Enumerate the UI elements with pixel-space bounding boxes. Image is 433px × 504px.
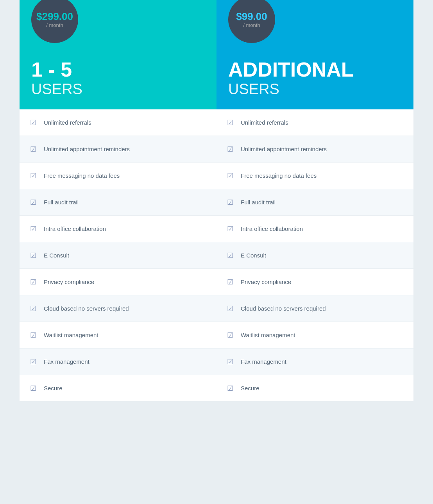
feature-text: Intra office collaboration bbox=[44, 225, 106, 232]
check-icon bbox=[226, 304, 234, 313]
check-icon bbox=[226, 118, 234, 127]
feature-text: E Consult bbox=[44, 252, 69, 259]
list-item: E Consult bbox=[20, 242, 216, 269]
list-item: Privacy compliance bbox=[216, 269, 413, 295]
check-icon bbox=[226, 357, 234, 366]
list-item: Secure bbox=[20, 375, 216, 402]
plan-header-1-5: $299.00 / month 1 - 5 USERS bbox=[20, 0, 216, 109]
feature-text: Unlimited appointment reminders bbox=[241, 146, 327, 152]
check-icon bbox=[29, 384, 38, 393]
price-period-1-5: / month bbox=[46, 22, 63, 28]
list-item: Waitlist management bbox=[20, 322, 216, 349]
features-list-1-5: Unlimited referralsUnlimited appointment… bbox=[20, 109, 216, 402]
check-icon bbox=[29, 225, 38, 233]
feature-text: Privacy compliance bbox=[44, 279, 94, 285]
price-badge-1-5: $299.00 / month bbox=[31, 0, 78, 43]
check-icon bbox=[226, 331, 234, 340]
list-item: Waitlist management bbox=[216, 322, 413, 349]
feature-text: Waitlist management bbox=[44, 332, 98, 338]
list-item: Fax management bbox=[20, 349, 216, 375]
check-icon bbox=[226, 225, 234, 233]
list-item: Unlimited appointment reminders bbox=[216, 136, 413, 163]
feature-text: Unlimited referrals bbox=[44, 119, 91, 126]
feature-text: Secure bbox=[241, 385, 259, 391]
check-icon bbox=[29, 357, 38, 366]
feature-text: Full audit trail bbox=[44, 199, 79, 206]
list-item: Free messaging no data fees bbox=[216, 163, 413, 189]
feature-text: Intra office collaboration bbox=[241, 225, 303, 232]
check-icon bbox=[226, 145, 234, 154]
feature-text: Privacy compliance bbox=[241, 279, 291, 285]
list-item: Unlimited referrals bbox=[216, 109, 413, 136]
feature-text: Cloud based no servers required bbox=[241, 305, 326, 312]
plan-title-sub-1-5: USERS bbox=[31, 81, 205, 98]
features-list-additional: Unlimited referralsUnlimited appointment… bbox=[216, 109, 413, 402]
feature-text: Fax management bbox=[241, 358, 286, 365]
list-item: Full audit trail bbox=[20, 189, 216, 216]
check-icon bbox=[226, 251, 234, 260]
feature-text: Unlimited referrals bbox=[241, 119, 288, 126]
plan-title-sub-additional: USERS bbox=[228, 81, 402, 98]
list-item: Unlimited appointment reminders bbox=[20, 136, 216, 163]
check-icon bbox=[29, 118, 38, 127]
check-icon bbox=[226, 198, 234, 207]
list-item: Secure bbox=[216, 375, 413, 402]
check-icon bbox=[226, 278, 234, 286]
feature-text: Free messaging no data fees bbox=[241, 172, 317, 179]
list-item: E Consult bbox=[216, 242, 413, 269]
check-icon bbox=[29, 278, 38, 286]
pricing-container: $299.00 / month 1 - 5 USERS Unlimited re… bbox=[20, 0, 413, 402]
feature-text: Unlimited appointment reminders bbox=[44, 146, 130, 152]
plan-column-1-5: $299.00 / month 1 - 5 USERS Unlimited re… bbox=[20, 0, 216, 402]
list-item: Free messaging no data fees bbox=[20, 163, 216, 189]
plan-column-additional: $99.00 / month ADDITIONAL USERS Unlimite… bbox=[216, 0, 413, 402]
check-icon bbox=[29, 331, 38, 340]
list-item: Intra office collaboration bbox=[216, 216, 413, 242]
list-item: Fax management bbox=[216, 349, 413, 375]
price-amount-additional: $99.00 bbox=[236, 11, 267, 22]
check-icon bbox=[29, 304, 38, 313]
feature-text: E Consult bbox=[241, 252, 266, 259]
list-item: Cloud based no servers required bbox=[216, 295, 413, 322]
check-icon bbox=[226, 172, 234, 180]
feature-text: Waitlist management bbox=[241, 332, 295, 338]
check-icon bbox=[226, 384, 234, 393]
list-item: Unlimited referrals bbox=[20, 109, 216, 136]
feature-text: Cloud based no servers required bbox=[44, 305, 129, 312]
price-amount-1-5: $299.00 bbox=[36, 11, 73, 22]
price-period-additional: / month bbox=[243, 22, 260, 28]
check-icon bbox=[29, 172, 38, 180]
list-item: Cloud based no servers required bbox=[20, 295, 216, 322]
feature-text: Free messaging no data fees bbox=[44, 172, 120, 179]
plan-title-main-1-5: 1 - 5 bbox=[31, 59, 205, 80]
list-item: Intra office collaboration bbox=[20, 216, 216, 242]
check-icon bbox=[29, 251, 38, 260]
feature-text: Secure bbox=[44, 385, 63, 391]
list-item: Full audit trail bbox=[216, 189, 413, 216]
plan-header-additional: $99.00 / month ADDITIONAL USERS bbox=[216, 0, 413, 109]
price-badge-additional: $99.00 / month bbox=[228, 0, 275, 43]
feature-text: Fax management bbox=[44, 358, 89, 365]
list-item: Privacy compliance bbox=[20, 269, 216, 295]
plan-title-main-additional: ADDITIONAL bbox=[228, 59, 402, 80]
check-icon bbox=[29, 198, 38, 207]
feature-text: Full audit trail bbox=[241, 199, 276, 206]
check-icon bbox=[29, 145, 38, 154]
